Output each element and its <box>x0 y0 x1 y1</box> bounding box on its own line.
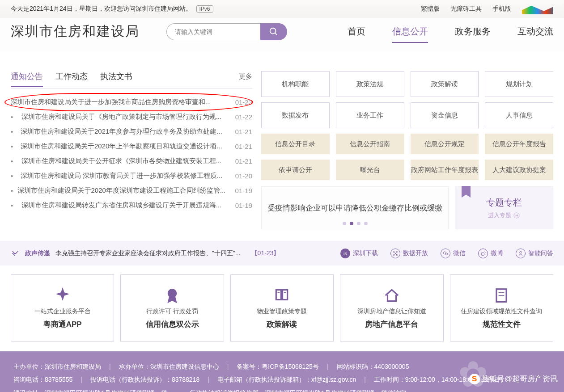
service-card[interactable]: 一站式企业服务平台粤商通APP <box>11 274 114 341</box>
news-title: 深圳市住房和建设局关于2020年度深圳市建设工程施工合同纠纷监管... <box>17 186 226 195</box>
category-cell[interactable]: 曝光台 <box>336 160 404 180</box>
news-title: 深圳市住房和建设局转发广东省住房和城乡建设厅关于开展违规海... <box>21 201 222 210</box>
card-sub: 物业管理政策专题 <box>257 308 307 316</box>
card-main: 规范性文件 <box>483 319 521 329</box>
footer-tel: 咨询电话：83785555 <box>13 373 72 386</box>
link-wechat[interactable]: 微信 <box>441 249 466 258</box>
news-list: 深圳市住房和建设局关于进一步加强我市商品住房购房资格审查和...01-23深圳市… <box>11 95 252 213</box>
link-weibo[interactable]: 微博 <box>478 249 503 258</box>
link-qa[interactable]: 智能问答 <box>516 249 553 258</box>
news-panel: 通知公告 工作动态 执法文书 更多 深圳市住房和建设局关于进一步加强我市商品住房… <box>11 71 252 229</box>
service-card[interactable]: 住房建设领域规范性文件查询规范性文件 <box>450 274 553 341</box>
category-cell[interactable]: 政府网站工作年度报表 <box>411 160 479 180</box>
news-item[interactable]: 深圳市住房和建设局关于2020年度深圳市建设工程施工合同纠纷监管...01-19 <box>11 183 252 198</box>
voice-headline[interactable]: 李克强主持召开专家企业家座谈会征求对政府工作报告、"十四五"... <box>55 249 241 257</box>
special-enter: 进入专题 <box>488 211 511 219</box>
category-panel: 机构职能政策法规政策解读规划计划 数据发布业务工作资金信息人事信息 信息公开目录… <box>261 71 553 229</box>
search-button[interactable] <box>260 23 287 40</box>
date-text: 今天是2021年1月24日，星期日，欢迎您访问深圳市住建局网站。 <box>11 5 192 13</box>
category-cell[interactable]: 信息公开目录 <box>261 134 330 154</box>
service-cards: 一站式企业服务平台粤商通APP行政许可 行政处罚信用信息双公示物业管理政策专题政… <box>0 266 564 351</box>
link-accessibility[interactable]: 无障碍工具 <box>450 5 482 13</box>
news-item[interactable]: 深圳市住房和建设局转发广东省住房和城乡建设厅关于开展违规海...01-19 <box>11 198 252 213</box>
nav-info[interactable]: 信息公开 <box>392 25 428 38</box>
grid-row2: 数据发布业务工作资金信息人事信息 <box>261 102 553 128</box>
service-card[interactable]: 物业管理政策专题政策解读 <box>230 274 334 341</box>
card-main: 粤商通APP <box>43 319 82 329</box>
news-date: 01-23 <box>235 98 252 106</box>
svg-point-0 <box>270 28 276 34</box>
news-item[interactable]: 深圳市住房和建设局关于2021年度参与办理行政事务及协助查处建...01-21 <box>11 124 252 139</box>
banner-carousel[interactable]: 受疫情影响企业可以申请降低公积金缴存比例或缓缴 <box>261 186 449 229</box>
nav-service[interactable]: 政务服务 <box>455 25 491 38</box>
news-title: 深圳市住房和建设局关于2020年上半年勘察项目和轨道交通设计项... <box>21 142 222 151</box>
category-cell[interactable]: 业务工作 <box>336 102 404 128</box>
footer-org: 承办单位：深圳市住房建设信息中心 <box>119 360 219 373</box>
search-box <box>166 23 287 40</box>
news-date: 01-20 <box>235 172 252 180</box>
category-cell[interactable]: 依申请公开 <box>261 160 330 180</box>
card-sub: 一站式企业服务平台 <box>34 308 91 316</box>
bookmark-icon <box>462 186 471 198</box>
news-item[interactable]: 深圳市住房和建设局关于《房地产政策制定与市场管理行政行为规...01-22 <box>11 110 252 124</box>
card-sub: 住房建设领域规范性文件查询 <box>461 308 542 316</box>
news-item[interactable]: 深圳市住房和建设局关于公开征求《深圳市各类物业建筑安装工程...01-21 <box>11 154 252 169</box>
nav-home[interactable]: 首页 <box>348 25 365 38</box>
category-cell[interactable]: 人大建议政协提案 <box>485 160 553 180</box>
footer-complain-addr: 行政执法投诉举报箱位置：深圳市福田区振兴路1号住建科研楼附楼一楼信访室 <box>190 387 406 392</box>
category-cell[interactable]: 信息公开指南 <box>336 134 404 154</box>
news-date: 01-19 <box>235 202 252 209</box>
news-item[interactable]: 深圳市住房和建设局关于进一步加强我市商品住房购房资格审查和...01-23 <box>11 95 252 110</box>
news-title: 深圳市住房和建设局关于2021年度参与办理行政事务及协助查处建... <box>21 127 222 136</box>
news-more[interactable]: 更多 <box>239 72 252 81</box>
link-data[interactable]: 数据开放 <box>390 249 428 258</box>
category-cell[interactable]: 机构职能 <box>261 71 330 97</box>
svg-point-12 <box>168 289 177 297</box>
category-cell[interactable]: 资金信息 <box>411 102 479 128</box>
link-download[interactable]: is深圳下载 <box>340 249 378 258</box>
banner-text: 受疫情影响企业可以申请降低公积金缴存比例或缓缴 <box>267 203 442 213</box>
carousel-dots <box>343 222 368 225</box>
tab-enforce[interactable]: 执法文书 <box>100 71 132 82</box>
card-main: 房地产信息平台 <box>365 319 418 329</box>
footer-email: 电子邮箱（行政执法投诉邮箱）：xf@zjj.sz.gov.cn <box>217 373 356 386</box>
card-sub: 深圳房地产信息让你知道 <box>357 308 426 316</box>
category-cell[interactable]: 人事信息 <box>485 102 553 128</box>
link-mobile[interactable]: 手机版 <box>492 5 511 13</box>
category-cell[interactable]: 信息公开年度报告 <box>485 134 553 154</box>
nav-interact[interactable]: 互动交流 <box>517 25 553 38</box>
voice-bar: 政声传递 李克强主持召开专家企业家座谈会征求对政府工作报告、"十四五"... 【… <box>0 241 564 266</box>
category-cell[interactable]: 规划计划 <box>485 71 553 97</box>
category-cell[interactable]: 政策解读 <box>411 71 479 97</box>
service-card[interactable]: 行政许可 行政处罚信用信息双公示 <box>120 274 224 341</box>
news-title: 深圳市住房和建设局关于公开征求《深圳市各类物业建筑安装工程... <box>21 157 222 165</box>
top-bar: 今天是2021年1月24日，星期日，欢迎您访问深圳市住建局网站。 IPv6 繁體… <box>0 0 564 18</box>
grid-row3: 信息公开目录信息公开指南信息公开规定信息公开年度报告 <box>261 134 553 154</box>
tab-work[interactable]: 工作动态 <box>55 71 88 82</box>
news-title: 深圳市住房和建设局关于进一步加强我市商品住房购房资格审查和... <box>11 98 211 106</box>
search-icon <box>269 27 279 37</box>
search-input[interactable] <box>166 23 260 40</box>
grid-row1: 机构职能政策法规政策解读规划计划 <box>261 71 553 97</box>
service-card[interactable]: 深圳房地产信息让你知道房地产信息平台 <box>340 274 443 341</box>
special-column[interactable]: 专题专栏 进入专题 <box>455 186 553 229</box>
svg-line-1 <box>275 33 277 35</box>
link-traditional[interactable]: 繁體版 <box>421 5 440 13</box>
news-item[interactable]: 深圳市住房和建设局 深圳市教育局关于进一步加强学校装修工程质...01-20 <box>11 169 252 183</box>
news-date: 01-21 <box>235 128 252 135</box>
footer-complain: 投诉电话（行政执法投诉）：83788218 <box>90 373 199 386</box>
tab-notice[interactable]: 通知公告 <box>11 71 43 82</box>
grid-row4: 依申请公开曝光台政府网站工作年度报表人大建议政协提案 <box>261 160 553 180</box>
arrow-icon <box>513 212 520 219</box>
category-cell[interactable]: 信息公开规定 <box>411 134 479 154</box>
voice-icon <box>11 248 20 258</box>
news-date: 01-19 <box>235 187 252 194</box>
news-item[interactable]: 深圳市住房和建设局关于2020年上半年勘察项目和轨道交通设计项...01-21 <box>11 139 252 154</box>
shenzhen-logo <box>522 4 553 14</box>
header: 深圳市住房和建设局 首页 信息公开 政务服务 互动交流 <box>0 18 564 51</box>
footer-addr: 通讯地址：深圳市福田区振兴路1号住建科研楼附楼一楼 <box>13 387 167 392</box>
category-cell[interactable]: 数据发布 <box>261 102 330 128</box>
ipv6-badge: IPv6 <box>196 5 213 13</box>
category-cell[interactable]: 政策法规 <box>336 71 404 97</box>
footer-icp[interactable]: 备案号：粤ICP备15068125号 <box>237 360 319 373</box>
